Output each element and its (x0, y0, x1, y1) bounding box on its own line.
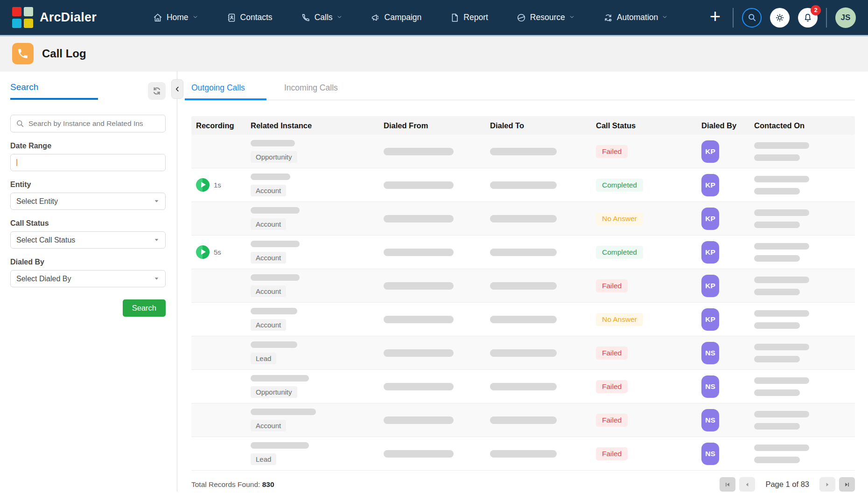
related-instance-placeholder (251, 308, 297, 314)
dialed-from-cell (379, 349, 485, 357)
call-status-cell: No Answer (591, 212, 697, 225)
entity-select[interactable]: Select Entity (10, 193, 166, 210)
date-range-input[interactable] (10, 154, 166, 171)
contacted-on-cell (749, 344, 855, 362)
table-row[interactable]: Account No Answer KP (191, 202, 855, 236)
dialed-by-cell: KP (697, 308, 749, 331)
search-input[interactable] (10, 115, 166, 132)
nav-item-calls[interactable]: Calls (301, 13, 343, 23)
column-header-dialed-from: Dialed From (379, 121, 485, 130)
contacted-on-cell (749, 411, 855, 430)
nav-item-label: Contacts (240, 13, 273, 22)
entity-chip: Account (251, 285, 286, 297)
table-row[interactable]: Lead Failed NS (191, 336, 855, 370)
logo-square (24, 19, 33, 28)
select-value: Select Call Status (16, 236, 75, 244)
column-header-dialed-to: Dialed To (485, 121, 591, 130)
nav-item-campaign[interactable]: Campaign (371, 13, 422, 23)
status-badge: Completed (596, 179, 643, 192)
call-status-select[interactable]: Select Call Status (10, 231, 166, 249)
table-row[interactable]: 1s Account Completed KP (191, 168, 855, 202)
contacted-on-cell (749, 176, 855, 194)
resource-icon (516, 13, 526, 23)
table-row[interactable]: Lead Failed NS (191, 437, 855, 471)
dialed-by-avatar: KP (701, 275, 719, 297)
phone-icon (17, 48, 29, 60)
chevron-down-icon (569, 14, 575, 20)
play-recording-button[interactable] (196, 178, 210, 192)
nav-item-automation[interactable]: Automation (603, 13, 668, 23)
user-avatar[interactable]: JS (835, 7, 856, 28)
nav-item-report[interactable]: Report (449, 13, 488, 23)
table-row[interactable]: 5s Account Completed KP (191, 236, 855, 269)
related-instance-cell: Account (246, 308, 379, 331)
dialed-to-cell (485, 215, 591, 222)
entity-chip: Opportunity (251, 151, 297, 163)
dialed-by-avatar: KP (701, 140, 719, 163)
bell-icon (803, 13, 813, 23)
nav-item-resource[interactable]: Resource (516, 13, 575, 23)
select-value: Select Entity (16, 197, 58, 206)
table-row[interactable]: Account Failed KP (191, 269, 855, 303)
table-row[interactable]: Account No Answer KP (191, 303, 855, 336)
recording-duration: 5s (214, 248, 221, 256)
dialed-by-cell: NS (697, 409, 749, 431)
first-page-button[interactable] (720, 477, 735, 492)
notifications-button[interactable]: 2 (798, 8, 818, 28)
table-row[interactable]: Account Failed NS (191, 403, 855, 437)
dialed-from-cell (379, 148, 485, 155)
table-row[interactable]: Opportunity Failed KP (191, 135, 855, 168)
chevron-down-icon (154, 198, 160, 204)
dialed-by-avatar: NS (701, 409, 719, 431)
filter-field: Date Range (10, 142, 166, 171)
nav-right-cluster: + 2 JS (706, 7, 856, 28)
settings-button[interactable] (770, 8, 790, 28)
filter-field: Dialed BySelect Dialed By (10, 258, 166, 287)
dialed-by-avatar: KP (701, 174, 719, 196)
call-status-cell: No Answer (591, 313, 697, 326)
status-badge: Failed (596, 447, 628, 460)
dialed-by-select[interactable]: Select Dialed By (10, 270, 166, 287)
dialed-from-cell (379, 282, 485, 290)
table-row[interactable]: Opportunity Failed NS (191, 370, 855, 403)
call-status-cell: Failed (591, 279, 697, 292)
search-button[interactable]: Search (123, 299, 166, 317)
collapse-sidebar-button[interactable] (171, 79, 183, 99)
chevron-down-icon (662, 14, 668, 20)
last-page-button[interactable] (839, 477, 855, 492)
previous-page-icon (743, 481, 751, 488)
entity-chip: Lead (251, 453, 276, 465)
nav-item-contacts[interactable]: Contacts (226, 13, 273, 23)
refresh-button[interactable] (148, 82, 166, 100)
page-indicator: Page 1 of 83 (765, 480, 809, 489)
entity-chip: Opportunity (251, 386, 297, 398)
total-records-label: Total Records Found: (191, 480, 260, 488)
related-instance-placeholder (251, 207, 300, 214)
select-value: Select Dialed By (16, 275, 71, 283)
chevron-down-icon (154, 237, 160, 243)
logo-square (24, 7, 33, 16)
global-search-button[interactable] (742, 8, 762, 28)
dialed-by-cell: KP (697, 140, 749, 163)
related-instance-cell: Account (246, 207, 379, 230)
next-page-button[interactable] (819, 477, 835, 492)
tab-outgoing-calls[interactable]: Outgoing Calls (185, 79, 266, 100)
chevron-down-icon (336, 13, 343, 22)
sidebar-search-tab[interactable]: Search (10, 82, 98, 100)
dialed-by-avatar: KP (701, 208, 719, 230)
status-badge: Completed (596, 246, 643, 259)
call-status-cell: Failed (591, 380, 697, 393)
page-title: Call Log (42, 47, 86, 60)
chevron-down-icon (336, 14, 343, 20)
nav-item-label: Report (463, 13, 488, 22)
tab-incoming-calls[interactable]: Incoming Calls (278, 79, 344, 100)
filter-field: Call StatusSelect Call Status (10, 219, 166, 249)
previous-page-button[interactable] (739, 477, 755, 492)
dialed-from-cell (379, 249, 485, 256)
column-header-call-status: Call Status (591, 121, 697, 130)
related-instance-placeholder (251, 274, 300, 281)
report-icon (449, 13, 460, 23)
nav-item-home[interactable]: Home (153, 13, 198, 23)
add-button[interactable]: + (706, 7, 724, 28)
play-recording-button[interactable] (196, 245, 210, 259)
